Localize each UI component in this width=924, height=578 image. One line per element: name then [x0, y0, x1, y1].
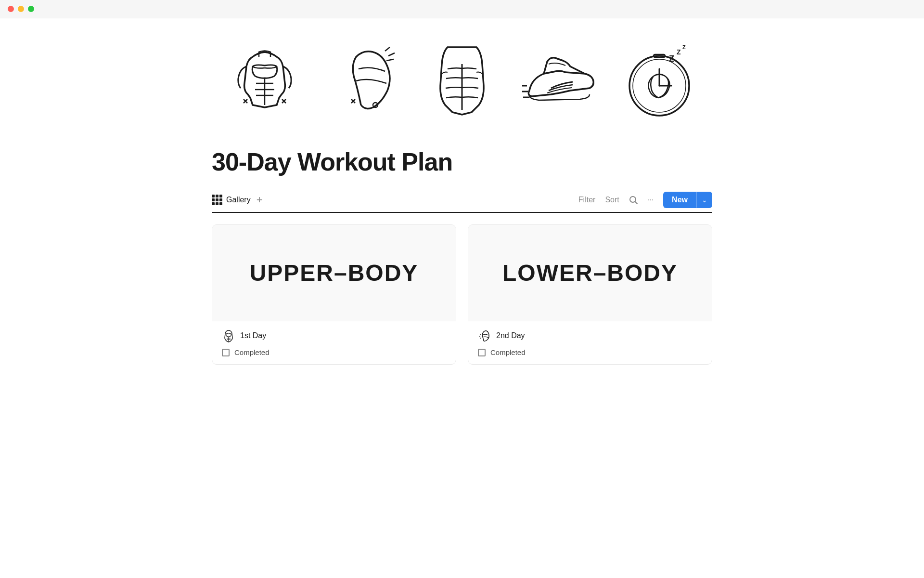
- lower-body-card-title: LOWER–BODY: [502, 260, 678, 286]
- minimize-button[interactable]: [18, 6, 24, 12]
- toolbar: Gallery + Filter Sort ··· New ⌄: [212, 192, 712, 213]
- lower-body-card-info: 2nd Day Completed: [468, 321, 712, 364]
- new-button-label: New: [663, 192, 696, 208]
- search-button[interactable]: [629, 196, 638, 204]
- search-icon: [629, 196, 638, 204]
- card-day-2: 2nd Day: [478, 329, 702, 342]
- filter-button[interactable]: Filter: [578, 196, 596, 204]
- completed-label-1: Completed: [234, 348, 270, 356]
- close-button[interactable]: [8, 6, 14, 12]
- maximize-button[interactable]: [28, 6, 34, 12]
- toolbar-right: Filter Sort ··· New ⌄: [578, 192, 712, 208]
- completed-checkbox-2[interactable]: [478, 349, 486, 356]
- day-1-icon: [222, 329, 235, 342]
- card-2-completed: Completed: [478, 348, 702, 356]
- svg-text:Z: Z: [682, 44, 686, 50]
- sleep-timer-icon: Z Z Z: [616, 38, 703, 124]
- new-button[interactable]: New ⌄: [663, 192, 712, 208]
- svg-line-27: [635, 202, 637, 204]
- shoulder-workout-icon: [320, 38, 407, 124]
- sort-button[interactable]: Sort: [605, 196, 619, 204]
- running-icon: [517, 38, 604, 124]
- svg-point-26: [630, 197, 636, 202]
- add-view-button[interactable]: +: [257, 195, 263, 205]
- lower-body-card-image: LOWER–BODY: [468, 225, 712, 321]
- chest-workout-icon: [221, 38, 308, 124]
- card-day-1: 1st Day: [222, 329, 446, 342]
- abs-workout-icon: [419, 38, 505, 124]
- upper-body-card[interactable]: UPPER–BODY 1st Day: [212, 224, 456, 365]
- traffic-lights: [8, 6, 34, 12]
- more-options-button[interactable]: ···: [647, 196, 654, 204]
- day-1-label: 1st Day: [240, 331, 266, 340]
- toolbar-left: Gallery +: [212, 193, 263, 207]
- lower-body-card[interactable]: LOWER–BODY: [468, 224, 712, 365]
- gallery-icon: [212, 195, 222, 205]
- day-2-label: 2nd Day: [496, 331, 525, 340]
- svg-text:Z: Z: [677, 48, 681, 56]
- upper-body-card-image: UPPER–BODY: [212, 225, 456, 321]
- title-bar: [0, 0, 924, 18]
- card-1-completed: Completed: [222, 348, 446, 356]
- svg-line-9: [388, 53, 395, 56]
- cards-grid: UPPER–BODY 1st Day: [212, 224, 712, 365]
- gallery-tab[interactable]: Gallery: [212, 193, 251, 207]
- completed-label-2: Completed: [490, 348, 526, 356]
- main-content: Z Z Z 30-Day Workout Plan: [125, 18, 799, 384]
- icons-row: Z Z Z: [212, 38, 712, 124]
- chevron-down-icon[interactable]: ⌄: [696, 192, 712, 208]
- page-title: 30-Day Workout Plan: [212, 147, 712, 176]
- upper-body-card-title: UPPER–BODY: [250, 260, 419, 286]
- gallery-tab-label: Gallery: [226, 196, 251, 204]
- completed-checkbox-1[interactable]: [222, 349, 230, 356]
- svg-line-10: [386, 59, 394, 61]
- day-2-icon: [478, 329, 491, 342]
- svg-text:Z: Z: [669, 54, 674, 64]
- svg-line-8: [385, 47, 390, 51]
- upper-body-card-info: 1st Day Completed: [212, 321, 456, 364]
